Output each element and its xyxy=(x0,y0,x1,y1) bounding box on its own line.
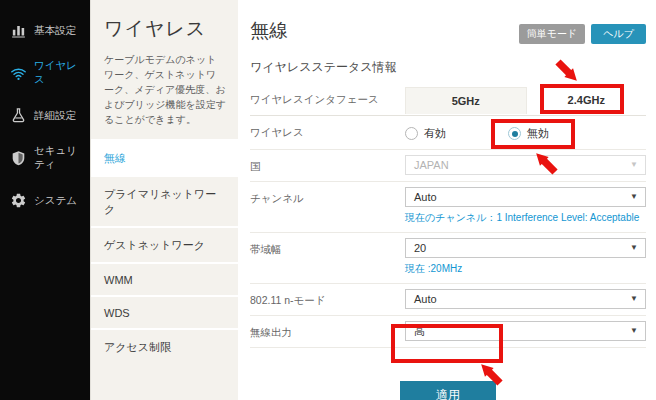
main-content: 無線 簡単モード ヘルプ ワイヤレスステータス情報 ワイヤレスインタフェース 5… xyxy=(238,0,656,400)
channel-label: チャンネル xyxy=(250,187,405,206)
subnav-item-guest-network[interactable]: ゲストネットワーク xyxy=(91,226,238,262)
gear-icon xyxy=(10,192,27,209)
wireless-interface-row: ワイヤレスインタフェース 5GHz 2.4GHz xyxy=(250,85,646,116)
country-label: 国 xyxy=(250,155,405,174)
current-bandwidth-note: 現在 :20MHz xyxy=(405,262,646,276)
subnav-description: ケーブルモデムのネットワーク、ゲストネットワーク、メディア優先度、およびブリッジ… xyxy=(104,52,226,127)
apply-button-area: 適用 xyxy=(250,381,646,400)
radio-enabled-label: 有効 xyxy=(424,126,446,141)
main-header: 無線 簡単モード ヘルプ xyxy=(250,18,646,44)
output-power-select-value: 高 xyxy=(414,324,425,339)
wifi-icon xyxy=(10,65,27,82)
tab-5ghz[interactable]: 5GHz xyxy=(405,87,527,114)
n-mode-row: 802.11 n-モード Auto ▼ xyxy=(250,284,646,316)
subnav-item-primary-network[interactable]: プライマリネットワーク xyxy=(91,175,238,226)
flask-icon xyxy=(10,107,27,124)
chevron-down-icon: ▼ xyxy=(630,244,638,252)
channel-select-value: Auto xyxy=(414,191,437,203)
bar-chart-icon xyxy=(10,22,27,39)
apply-button[interactable]: 適用 xyxy=(400,381,496,400)
output-power-label: 無線出力 xyxy=(250,321,405,340)
bandwidth-label: 帯域幅 xyxy=(250,238,405,257)
tab-2_4ghz[interactable]: 2.4GHz xyxy=(527,87,647,114)
section-title: ワイヤレスステータス情報 xyxy=(250,59,646,76)
wireless-enable-label: ワイヤレス xyxy=(250,121,405,140)
wireless-radio-group: 有効 無効 xyxy=(405,121,646,143)
n-mode-select[interactable]: Auto ▼ xyxy=(405,289,646,309)
country-select: JAPAN ▼ xyxy=(405,155,646,175)
bandwidth-select[interactable]: 20 ▼ xyxy=(405,238,646,258)
output-power-row: 無線出力 高 ▼ xyxy=(250,316,646,348)
easy-mode-button[interactable]: 簡単モード xyxy=(519,24,585,44)
page-title: 無線 xyxy=(250,18,288,44)
bandwidth-select-value: 20 xyxy=(414,242,426,254)
subnav-item-wmm[interactable]: WMM xyxy=(91,262,238,295)
sidebar-item-label: ワイヤレス xyxy=(34,59,86,87)
channel-select[interactable]: Auto ▼ xyxy=(405,187,646,207)
radio-disabled-label: 無効 xyxy=(527,126,549,141)
subnav-item-wds[interactable]: WDS xyxy=(91,295,238,328)
wireless-enable-row: ワイヤレス 有効 無効 xyxy=(250,116,646,150)
bandwidth-row: 帯域幅 20 ▼ 現在 :20MHz xyxy=(250,233,646,284)
channel-row: チャンネル Auto ▼ 現在のチャンネル：1 Interference Lev… xyxy=(250,182,646,233)
band-tabs: 5GHz 2.4GHz xyxy=(405,87,646,114)
n-mode-select-value: Auto xyxy=(414,293,437,305)
subnav-item-radio[interactable]: 無線 xyxy=(91,139,238,175)
n-mode-label: 802.11 n-モード xyxy=(250,289,405,308)
radio-enabled[interactable]: 有効 xyxy=(405,126,446,141)
chevron-down-icon: ▼ xyxy=(630,327,638,335)
wireless-settings-form: ワイヤレスインタフェース 5GHz 2.4GHz ワイヤレス 有効 無効 xyxy=(250,85,646,348)
radio-disabled[interactable]: 無効 xyxy=(508,126,549,141)
radio-enabled-circle[interactable] xyxy=(405,127,418,140)
sidebar-item-basic-settings[interactable]: 基本設定 xyxy=(0,12,90,49)
country-row: 国 JAPAN ▼ xyxy=(250,150,646,182)
sidebar-item-label: システム xyxy=(34,194,77,208)
current-channel-note: 現在のチャンネル：1 Interference Level: Acceptabl… xyxy=(405,211,646,225)
output-power-select[interactable]: 高 ▼ xyxy=(405,321,646,341)
radio-disabled-circle[interactable] xyxy=(508,127,521,140)
help-button[interactable]: ヘルプ xyxy=(591,24,646,44)
subnav-header: ワイヤレス ケーブルモデムのネットワーク、ゲストネットワーク、メディア優先度、お… xyxy=(91,0,238,139)
wireless-interface-label: ワイヤレスインタフェース xyxy=(250,85,405,115)
wireless-subnav: ワイヤレス ケーブルモデムのネットワーク、ゲストネットワーク、メディア優先度、お… xyxy=(90,0,238,400)
sidebar-item-advanced-settings[interactable]: 詳細設定 xyxy=(0,97,90,134)
sidebar-item-label: 基本設定 xyxy=(34,24,76,38)
subnav-item-access-restriction[interactable]: アクセス制限 xyxy=(91,328,238,364)
sidebar-item-system[interactable]: システム xyxy=(0,182,90,219)
chevron-down-icon: ▼ xyxy=(630,295,638,303)
main-sidebar: 基本設定 ワイヤレス 詳細設定 セキュリティ シ xyxy=(0,0,90,400)
header-buttons: 簡単モード ヘルプ xyxy=(519,24,646,44)
sidebar-item-security[interactable]: セキュリティ xyxy=(0,134,90,182)
subnav-title: ワイヤレス xyxy=(104,16,226,42)
sidebar-item-wireless[interactable]: ワイヤレス xyxy=(0,49,90,97)
chevron-down-icon: ▼ xyxy=(630,161,638,169)
sidebar-item-label: セキュリティ xyxy=(34,144,86,172)
sidebar-item-label: 詳細設定 xyxy=(34,109,76,123)
chevron-down-icon: ▼ xyxy=(630,193,638,201)
shield-icon xyxy=(10,150,27,167)
country-select-value: JAPAN xyxy=(414,159,449,171)
